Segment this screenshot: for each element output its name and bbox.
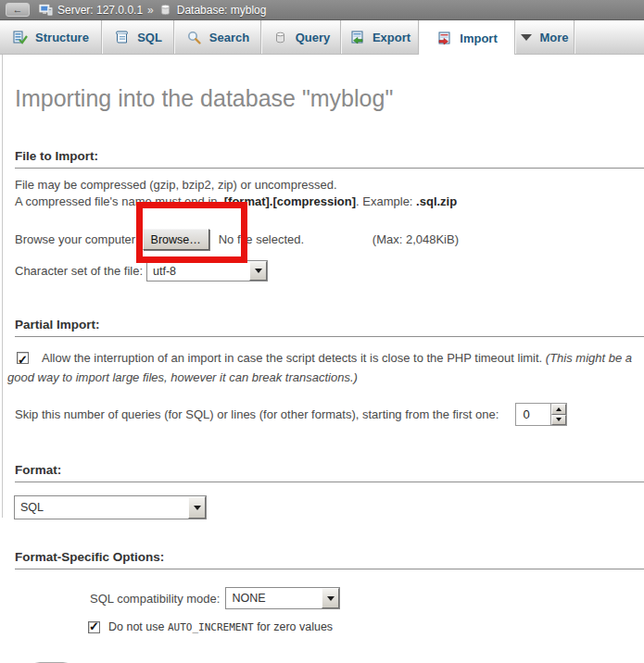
content-left-border: [2, 55, 3, 518]
format-select[interactable]: SQL: [14, 495, 207, 519]
tab-structure-label: Structure: [35, 31, 89, 44]
charset-select-value: utf-8: [147, 265, 249, 278]
search-icon: [186, 30, 202, 45]
allow-interruption-label: Allow the interruption of an import in c…: [42, 351, 546, 365]
auto-increment-label: Do not use AUTO_INCREMENT for zero value…: [108, 620, 333, 633]
tab-sql[interactable]: SQL: [102, 20, 174, 54]
skip-queries-value: 0: [516, 404, 550, 425]
breadcrumb-bar: ← Server: 127.0.0.1 » Database: myblog: [0, 0, 644, 20]
browse-button[interactable]: Browse…: [143, 229, 209, 250]
sql-icon: [114, 30, 130, 45]
compression-info: File may be compressed (gzip, bzip2, zip…: [15, 177, 644, 210]
tab-sql-label: SQL: [137, 31, 162, 44]
breadcrumb-server[interactable]: Server: 127.0.0.1: [57, 4, 143, 17]
sql-compatibility-label: SQL compatibility mode:: [90, 592, 220, 606]
tabbar-filler: [575, 20, 644, 54]
dropdown-arrow-icon[interactable]: [188, 496, 206, 519]
breadcrumb: Server: 127.0.0.1 » Database: myblog: [39, 3, 266, 17]
no-file-selected-text: No file selected.: [219, 232, 305, 246]
section-heading-format-specific: Format-Specific Options:: [15, 550, 644, 569]
query-icon: [272, 30, 288, 45]
tab-import-label: Import: [460, 31, 497, 45]
allow-interruption-option: ✓Allow the interruption of an import in …: [7, 348, 639, 387]
import-icon: [436, 31, 452, 46]
charset-label: Character set of the file:: [15, 264, 143, 278]
back-button[interactable]: ←: [6, 3, 30, 17]
skip-queries-label: Skip this number of queries (for SQL) or…: [15, 407, 499, 421]
auto-increment-row: ✓ Do not use AUTO_INCREMENT for zero val…: [88, 620, 644, 633]
tab-search[interactable]: Search: [174, 20, 261, 54]
dropdown-arrow-icon[interactable]: [322, 588, 339, 608]
page-title: Importing into the database "myblog": [0, 55, 644, 112]
format-select-value: SQL: [15, 501, 188, 514]
tab-bar: Structure SQL Search Query Expor: [0, 20, 644, 55]
sql-compatibility-select[interactable]: NONE: [225, 587, 340, 609]
checkmark-icon: ✓: [89, 619, 99, 633]
tab-more-label: More: [539, 31, 568, 44]
skip-queries-row: Skip this number of queries (for SQL) or…: [15, 403, 644, 426]
server-icon: [39, 3, 53, 17]
tab-structure[interactable]: Structure: [0, 20, 102, 54]
breadcrumb-database[interactable]: Database: myblog: [177, 4, 267, 17]
structure-icon: [12, 30, 28, 45]
tab-more[interactable]: More: [515, 20, 575, 54]
allow-interruption-checkbox[interactable]: ✓: [17, 352, 29, 364]
auto-increment-checkbox[interactable]: ✓: [88, 621, 100, 633]
max-size-text: (Max: 2,048KiB): [373, 232, 459, 246]
tab-export[interactable]: Export: [341, 20, 419, 54]
breadcrumb-separator: »: [147, 4, 154, 17]
sql-compatibility-row: SQL compatibility mode: NONE: [90, 587, 644, 609]
tab-import[interactable]: Import: [419, 20, 515, 56]
checkmark-icon: ✓: [18, 350, 28, 369]
tab-query-label: Query: [296, 31, 331, 44]
charset-row: Character set of the file: utf-8: [15, 260, 644, 281]
skip-queries-spinner[interactable]: 0: [515, 403, 567, 426]
export-icon: [349, 30, 365, 45]
spinner-up-button[interactable]: [551, 404, 566, 415]
section-heading-file-to-import: File to Import:: [15, 149, 644, 169]
tab-export-label: Export: [373, 31, 410, 44]
database-icon: [158, 3, 172, 17]
tab-search-label: Search: [209, 31, 249, 44]
dropdown-arrow-icon[interactable]: [249, 261, 267, 281]
chevron-down-icon: [521, 34, 532, 41]
main-content: Importing into the database "myblog" Fil…: [0, 55, 644, 663]
browse-label: Browse your computer:: [15, 232, 139, 246]
charset-select[interactable]: utf-8: [146, 260, 268, 281]
spinner-down-button[interactable]: [551, 415, 566, 426]
section-heading-format: Format:: [15, 463, 644, 482]
section-heading-partial-import: Partial Import:: [15, 318, 644, 337]
tab-query[interactable]: Query: [261, 20, 341, 54]
sql-compatibility-value: NONE: [226, 592, 322, 605]
browse-row: Browse your computer: Browse… No file se…: [15, 229, 644, 250]
